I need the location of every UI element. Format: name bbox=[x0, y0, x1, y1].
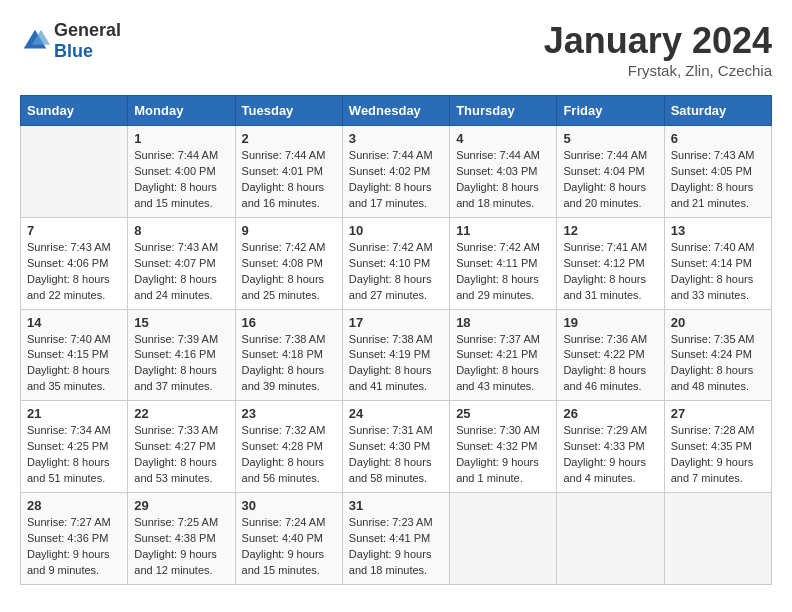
day-number: 14 bbox=[27, 315, 121, 330]
day-info: Sunrise: 7:44 AMSunset: 4:01 PMDaylight:… bbox=[242, 149, 326, 209]
day-info: Sunrise: 7:41 AMSunset: 4:12 PMDaylight:… bbox=[563, 241, 647, 301]
calendar-cell: 27Sunrise: 7:28 AMSunset: 4:35 PMDayligh… bbox=[664, 401, 771, 493]
day-number: 22 bbox=[134, 406, 228, 421]
weekday-header: Friday bbox=[557, 96, 664, 126]
day-info: Sunrise: 7:44 AMSunset: 4:02 PMDaylight:… bbox=[349, 149, 433, 209]
title-block: January 2024 Frystak, Zlin, Czechia bbox=[544, 20, 772, 79]
day-number: 9 bbox=[242, 223, 336, 238]
calendar-cell: 3Sunrise: 7:44 AMSunset: 4:02 PMDaylight… bbox=[342, 126, 449, 218]
calendar-cell: 18Sunrise: 7:37 AMSunset: 4:21 PMDayligh… bbox=[450, 309, 557, 401]
logo-blue: Blue bbox=[54, 41, 93, 61]
day-info: Sunrise: 7:28 AMSunset: 4:35 PMDaylight:… bbox=[671, 424, 755, 484]
day-info: Sunrise: 7:42 AMSunset: 4:11 PMDaylight:… bbox=[456, 241, 540, 301]
day-number: 11 bbox=[456, 223, 550, 238]
day-number: 19 bbox=[563, 315, 657, 330]
calendar-cell: 7Sunrise: 7:43 AMSunset: 4:06 PMDaylight… bbox=[21, 217, 128, 309]
day-info: Sunrise: 7:30 AMSunset: 4:32 PMDaylight:… bbox=[456, 424, 540, 484]
calendar-cell: 9Sunrise: 7:42 AMSunset: 4:08 PMDaylight… bbox=[235, 217, 342, 309]
day-number: 29 bbox=[134, 498, 228, 513]
day-number: 10 bbox=[349, 223, 443, 238]
calendar-cell: 26Sunrise: 7:29 AMSunset: 4:33 PMDayligh… bbox=[557, 401, 664, 493]
calendar-cell: 28Sunrise: 7:27 AMSunset: 4:36 PMDayligh… bbox=[21, 493, 128, 585]
calendar-cell: 23Sunrise: 7:32 AMSunset: 4:28 PMDayligh… bbox=[235, 401, 342, 493]
day-info: Sunrise: 7:40 AMSunset: 4:15 PMDaylight:… bbox=[27, 333, 111, 393]
calendar-cell: 16Sunrise: 7:38 AMSunset: 4:18 PMDayligh… bbox=[235, 309, 342, 401]
day-info: Sunrise: 7:29 AMSunset: 4:33 PMDaylight:… bbox=[563, 424, 647, 484]
calendar-cell: 11Sunrise: 7:42 AMSunset: 4:11 PMDayligh… bbox=[450, 217, 557, 309]
calendar-cell: 20Sunrise: 7:35 AMSunset: 4:24 PMDayligh… bbox=[664, 309, 771, 401]
day-number: 7 bbox=[27, 223, 121, 238]
day-info: Sunrise: 7:43 AMSunset: 4:06 PMDaylight:… bbox=[27, 241, 111, 301]
day-number: 25 bbox=[456, 406, 550, 421]
day-number: 16 bbox=[242, 315, 336, 330]
day-info: Sunrise: 7:36 AMSunset: 4:22 PMDaylight:… bbox=[563, 333, 647, 393]
day-info: Sunrise: 7:27 AMSunset: 4:36 PMDaylight:… bbox=[27, 516, 111, 576]
day-info: Sunrise: 7:39 AMSunset: 4:16 PMDaylight:… bbox=[134, 333, 218, 393]
day-info: Sunrise: 7:35 AMSunset: 4:24 PMDaylight:… bbox=[671, 333, 755, 393]
calendar-cell: 8Sunrise: 7:43 AMSunset: 4:07 PMDaylight… bbox=[128, 217, 235, 309]
day-number: 5 bbox=[563, 131, 657, 146]
calendar-cell: 31Sunrise: 7:23 AMSunset: 4:41 PMDayligh… bbox=[342, 493, 449, 585]
calendar-week-row: 14Sunrise: 7:40 AMSunset: 4:15 PMDayligh… bbox=[21, 309, 772, 401]
day-number: 27 bbox=[671, 406, 765, 421]
calendar-cell: 13Sunrise: 7:40 AMSunset: 4:14 PMDayligh… bbox=[664, 217, 771, 309]
month-title: January 2024 bbox=[544, 20, 772, 62]
calendar-cell: 30Sunrise: 7:24 AMSunset: 4:40 PMDayligh… bbox=[235, 493, 342, 585]
calendar-cell bbox=[450, 493, 557, 585]
calendar-cell: 17Sunrise: 7:38 AMSunset: 4:19 PMDayligh… bbox=[342, 309, 449, 401]
calendar-cell: 4Sunrise: 7:44 AMSunset: 4:03 PMDaylight… bbox=[450, 126, 557, 218]
calendar-cell: 29Sunrise: 7:25 AMSunset: 4:38 PMDayligh… bbox=[128, 493, 235, 585]
day-info: Sunrise: 7:24 AMSunset: 4:40 PMDaylight:… bbox=[242, 516, 326, 576]
weekday-header: Monday bbox=[128, 96, 235, 126]
weekday-header: Tuesday bbox=[235, 96, 342, 126]
day-number: 23 bbox=[242, 406, 336, 421]
location: Frystak, Zlin, Czechia bbox=[544, 62, 772, 79]
calendar-cell: 2Sunrise: 7:44 AMSunset: 4:01 PMDaylight… bbox=[235, 126, 342, 218]
day-number: 30 bbox=[242, 498, 336, 513]
day-number: 13 bbox=[671, 223, 765, 238]
day-info: Sunrise: 7:44 AMSunset: 4:04 PMDaylight:… bbox=[563, 149, 647, 209]
page-header: General Blue January 2024 Frystak, Zlin,… bbox=[20, 20, 772, 79]
calendar-week-row: 1Sunrise: 7:44 AMSunset: 4:00 PMDaylight… bbox=[21, 126, 772, 218]
day-number: 17 bbox=[349, 315, 443, 330]
day-number: 2 bbox=[242, 131, 336, 146]
calendar-cell bbox=[21, 126, 128, 218]
day-number: 24 bbox=[349, 406, 443, 421]
weekday-header: Sunday bbox=[21, 96, 128, 126]
day-info: Sunrise: 7:33 AMSunset: 4:27 PMDaylight:… bbox=[134, 424, 218, 484]
day-info: Sunrise: 7:23 AMSunset: 4:41 PMDaylight:… bbox=[349, 516, 433, 576]
calendar-week-row: 28Sunrise: 7:27 AMSunset: 4:36 PMDayligh… bbox=[21, 493, 772, 585]
logo-icon bbox=[20, 26, 50, 56]
day-number: 28 bbox=[27, 498, 121, 513]
calendar-cell: 1Sunrise: 7:44 AMSunset: 4:00 PMDaylight… bbox=[128, 126, 235, 218]
calendar-cell: 14Sunrise: 7:40 AMSunset: 4:15 PMDayligh… bbox=[21, 309, 128, 401]
calendar-cell: 15Sunrise: 7:39 AMSunset: 4:16 PMDayligh… bbox=[128, 309, 235, 401]
calendar-cell: 24Sunrise: 7:31 AMSunset: 4:30 PMDayligh… bbox=[342, 401, 449, 493]
day-number: 1 bbox=[134, 131, 228, 146]
day-info: Sunrise: 7:37 AMSunset: 4:21 PMDaylight:… bbox=[456, 333, 540, 393]
day-info: Sunrise: 7:31 AMSunset: 4:30 PMDaylight:… bbox=[349, 424, 433, 484]
logo-general: General bbox=[54, 20, 121, 40]
day-info: Sunrise: 7:38 AMSunset: 4:18 PMDaylight:… bbox=[242, 333, 326, 393]
calendar-cell: 6Sunrise: 7:43 AMSunset: 4:05 PMDaylight… bbox=[664, 126, 771, 218]
weekday-header: Wednesday bbox=[342, 96, 449, 126]
calendar-cell: 10Sunrise: 7:42 AMSunset: 4:10 PMDayligh… bbox=[342, 217, 449, 309]
day-info: Sunrise: 7:40 AMSunset: 4:14 PMDaylight:… bbox=[671, 241, 755, 301]
day-info: Sunrise: 7:38 AMSunset: 4:19 PMDaylight:… bbox=[349, 333, 433, 393]
day-number: 18 bbox=[456, 315, 550, 330]
day-number: 26 bbox=[563, 406, 657, 421]
day-info: Sunrise: 7:44 AMSunset: 4:03 PMDaylight:… bbox=[456, 149, 540, 209]
calendar-cell bbox=[557, 493, 664, 585]
weekday-header-row: SundayMondayTuesdayWednesdayThursdayFrid… bbox=[21, 96, 772, 126]
logo: General Blue bbox=[20, 20, 121, 62]
day-info: Sunrise: 7:32 AMSunset: 4:28 PMDaylight:… bbox=[242, 424, 326, 484]
calendar-cell: 12Sunrise: 7:41 AMSunset: 4:12 PMDayligh… bbox=[557, 217, 664, 309]
calendar-cell: 22Sunrise: 7:33 AMSunset: 4:27 PMDayligh… bbox=[128, 401, 235, 493]
day-info: Sunrise: 7:25 AMSunset: 4:38 PMDaylight:… bbox=[134, 516, 218, 576]
day-number: 31 bbox=[349, 498, 443, 513]
day-number: 21 bbox=[27, 406, 121, 421]
day-number: 12 bbox=[563, 223, 657, 238]
calendar-week-row: 21Sunrise: 7:34 AMSunset: 4:25 PMDayligh… bbox=[21, 401, 772, 493]
day-number: 6 bbox=[671, 131, 765, 146]
calendar-cell: 25Sunrise: 7:30 AMSunset: 4:32 PMDayligh… bbox=[450, 401, 557, 493]
